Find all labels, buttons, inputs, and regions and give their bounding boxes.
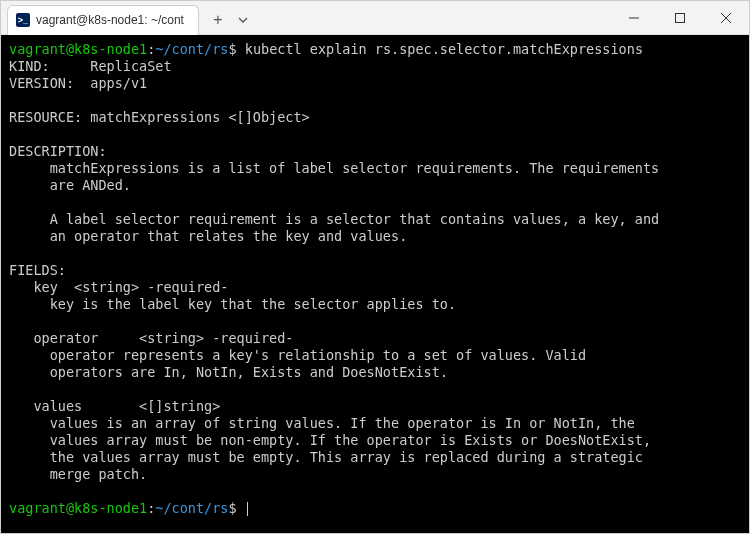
prompt-dollar: $ xyxy=(228,500,236,516)
output-description-header: DESCRIPTION: xyxy=(9,143,107,159)
output-field-desc: operator represents a key's relationship… xyxy=(9,347,586,363)
output-resource: RESOURCE: matchExpressions <[]Object> xyxy=(9,109,310,125)
terminal-tab[interactable]: >_ vagrant@k8s-node1: ~/cont xyxy=(7,5,199,35)
prompt-dollar: $ xyxy=(228,41,236,57)
minimize-icon xyxy=(629,13,639,23)
output-description-line: are ANDed. xyxy=(9,177,131,193)
output-field-operator: operator <string> -required- xyxy=(9,330,293,346)
chevron-down-icon xyxy=(238,15,248,25)
output-field-desc: operators are In, NotIn, Exists and Does… xyxy=(9,364,448,380)
window-controls xyxy=(611,1,749,35)
output-field-desc: the values array must be empty. This arr… xyxy=(9,449,643,465)
output-fields-header: FIELDS: xyxy=(9,262,66,278)
prompt-path: ~/cont/rs xyxy=(155,41,228,57)
output-description-line: matchExpressions is a list of label sele… xyxy=(9,160,659,176)
new-tab-button[interactable]: + xyxy=(203,5,233,35)
minimize-button[interactable] xyxy=(611,1,657,35)
output-field-desc: merge patch. xyxy=(9,466,147,482)
output-field-values: values <[]string> xyxy=(9,398,220,414)
maximize-button[interactable] xyxy=(657,1,703,35)
prompt-user: vagrant@k8s-node1 xyxy=(9,41,147,57)
close-icon xyxy=(721,13,731,23)
terminal-body[interactable]: vagrant@k8s-node1:~/cont/rs$ kubectl exp… xyxy=(1,35,749,533)
output-description-line: A label selector requirement is a select… xyxy=(9,211,659,227)
maximize-icon xyxy=(675,13,685,23)
tab-title: vagrant@k8s-node1: ~/cont xyxy=(36,13,184,27)
output-field-desc: key is the label key that the selector a… xyxy=(9,296,456,312)
prompt-path: ~/cont/rs xyxy=(155,500,228,516)
prompt-user: vagrant@k8s-node1 xyxy=(9,500,147,516)
output-version-label: VERSION: xyxy=(9,75,90,91)
window-titlebar: >_ vagrant@k8s-node1: ~/cont + xyxy=(1,1,749,35)
powershell-icon: >_ xyxy=(16,13,30,27)
output-kind-label: KIND: xyxy=(9,58,90,74)
output-field-desc: values is an array of string values. If … xyxy=(9,415,635,431)
output-description-line: an operator that relates the key and val… xyxy=(9,228,407,244)
output-field-key: key <string> -required- xyxy=(9,279,228,295)
output-kind-value: ReplicaSet xyxy=(90,58,171,74)
output-version-value: apps/v1 xyxy=(90,75,147,91)
tab-dropdown-button[interactable] xyxy=(233,5,253,35)
command-text: kubectl explain rs.spec.selector.matchEx… xyxy=(245,41,643,57)
output-field-desc: values array must be non-empty. If the o… xyxy=(9,432,651,448)
cursor xyxy=(247,502,248,516)
close-window-button[interactable] xyxy=(703,1,749,35)
svg-rect-3 xyxy=(676,13,685,22)
